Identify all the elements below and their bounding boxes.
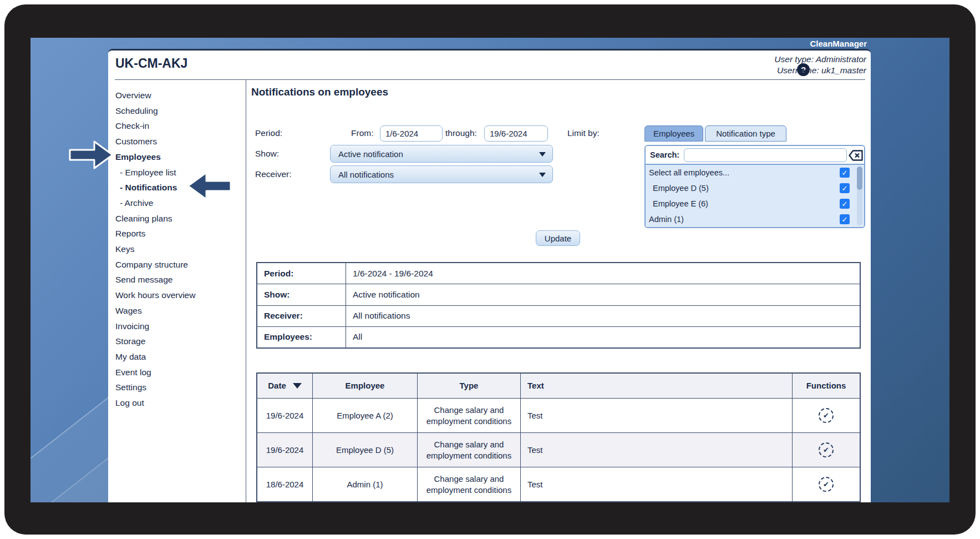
search-label: Search: — [650, 150, 679, 159]
sidebar-item-send-message[interactable]: Send message — [115, 272, 243, 288]
sidebar-item-keys[interactable]: Keys — [115, 241, 243, 257]
notifications-table: Date Employee Type Text Functions 19/6-2… — [256, 372, 861, 502]
checkbox-checked-icon[interactable]: ✓ — [840, 183, 850, 193]
sidebar-item-cleaning-plans[interactable]: Cleaning plans — [115, 211, 243, 226]
list-item-employee-d[interactable]: Employee D (5) ✓ — [646, 180, 864, 196]
approve-check-icon[interactable]: ✔ — [819, 408, 834, 423]
annotation-arrow-right-icon — [69, 139, 114, 171]
checkbox-checked-icon[interactable]: ✓ — [840, 214, 850, 224]
list-item-employee-e[interactable]: Employee E (6) ✓ — [646, 196, 864, 211]
sidebar-nav: Overview Scheduling Check-in Customers E… — [115, 88, 243, 411]
sidebar-item-wages[interactable]: Wages — [115, 303, 243, 319]
cell-text: Test — [521, 467, 793, 501]
tab-notification-type[interactable]: Notification type — [705, 125, 786, 142]
sidebar-item-event-log[interactable]: Event log — [115, 365, 243, 380]
list-item-label: Employee E (6) — [653, 199, 708, 208]
sidebar-item-employees[interactable]: Employees — [115, 149, 243, 165]
sidebar-item-work-hours-overview[interactable]: Work hours overview — [115, 288, 243, 303]
summary-row-show: Show: Active notification — [257, 284, 860, 305]
sidebar-item-overview[interactable]: Overview — [115, 88, 243, 103]
approve-check-icon[interactable]: ✔ — [819, 442, 834, 457]
sidebar-item-settings[interactable]: Settings — [115, 380, 243, 395]
annotation-arrow-left-icon — [186, 170, 232, 202]
summary-row-employees: Employees: All — [257, 327, 860, 347]
list-scrollbar — [857, 167, 862, 225]
column-header-label: Date — [268, 380, 286, 391]
sidebar-item-invoicing[interactable]: Invoicing — [115, 319, 243, 334]
summary-value: 1/6-2024 - 19/6-2024 — [346, 263, 860, 284]
cell-date: 18/6-2024 — [257, 467, 313, 501]
user-type-label: User type: Administrator — [774, 54, 866, 65]
approve-check-icon[interactable]: ✔ — [819, 477, 834, 492]
column-header-date[interactable]: Date — [257, 374, 313, 398]
summary-label: Period: — [257, 263, 346, 284]
checkbox-checked-icon[interactable]: ✓ — [840, 168, 850, 178]
clear-search-icon[interactable] — [849, 150, 863, 161]
section-heading: Notifications on employees — [251, 86, 388, 98]
list-item-select-all[interactable]: Select all employees... ✓ — [646, 165, 864, 180]
sidebar-item-scheduling[interactable]: Scheduling — [115, 103, 243, 119]
table-header-row: Date Employee Type Text Functions — [257, 374, 860, 398]
receiver-dropdown-value: All notifications — [338, 170, 394, 179]
through-date-input[interactable] — [484, 125, 548, 142]
sidebar-item-company-structure[interactable]: Company structure — [115, 257, 243, 273]
show-dropdown-value: Active notification — [338, 149, 403, 159]
sidebar-item-log-out[interactable]: Log out — [115, 395, 243, 411]
search-input[interactable] — [684, 148, 847, 162]
cell-functions: ✔ — [793, 467, 860, 501]
table-row: 18/6-2024 Admin (1) Change salary and em… — [257, 467, 860, 501]
sidebar-item-reports[interactable]: Reports — [115, 226, 243, 241]
show-dropdown[interactable]: Active notification — [330, 145, 553, 163]
sidebar-item-check-in[interactable]: Check-in — [115, 118, 243, 134]
list-item-label: Employee D (5) — [653, 184, 709, 193]
cell-employee: Employee D (5) — [313, 433, 418, 467]
summary-row-period: Period: 1/6-2024 - 19/6-2024 — [257, 263, 860, 284]
sidebar-item-customers[interactable]: Customers — [115, 134, 243, 149]
cell-type: Change salary and employment conditions — [418, 467, 521, 501]
summary-value: All notifications — [346, 306, 860, 326]
cell-text: Test — [521, 433, 793, 467]
column-header-employee: Employee — [313, 374, 418, 398]
through-label: through: — [445, 128, 477, 138]
cell-text: Test — [521, 399, 793, 432]
sidebar-divider — [246, 79, 246, 502]
sidebar-item-my-data[interactable]: My data — [115, 349, 243, 365]
summary-value: All — [346, 327, 860, 347]
period-label: Period: — [255, 128, 282, 138]
column-header-functions: Functions — [793, 374, 860, 398]
screenshot-stage: CleanManager UK-CM-AKJ ? User type: Admi… — [0, 0, 980, 539]
list-item-label: Select all employees... — [649, 168, 729, 177]
cell-date: 19/6-2024 — [257, 399, 313, 432]
receiver-label: Receiver: — [255, 169, 291, 179]
cleanmanager-logo: CleanManager — [810, 38, 867, 49]
summary-label: Receiver: — [257, 306, 346, 326]
tab-employees[interactable]: Employees — [644, 125, 703, 142]
cell-functions: ✔ — [793, 433, 860, 467]
summary-label: Show: — [257, 284, 346, 305]
employee-select-list: Select all employees... ✓ Employee D (5)… — [646, 165, 864, 227]
from-date-input[interactable] — [380, 125, 443, 142]
sidebar-item-storage[interactable]: Storage — [115, 334, 243, 349]
summary-label: Employees: — [257, 327, 346, 347]
update-button[interactable]: Update — [536, 230, 580, 246]
receiver-dropdown[interactable]: All notifications — [330, 165, 553, 183]
cell-functions: ✔ — [793, 399, 860, 432]
chevron-down-icon — [539, 152, 546, 157]
list-item-label: Admin (1) — [649, 215, 684, 224]
username-label: Username: uk1_master — [774, 65, 866, 76]
cell-employee: Admin (1) — [313, 467, 418, 501]
cell-type: Change salary and employment conditions — [418, 433, 521, 467]
limit-tabs: Employees Notification type — [644, 125, 786, 142]
limit-by-label: Limit by: — [567, 128, 600, 138]
chevron-down-icon — [539, 173, 546, 177]
list-item-admin[interactable]: Admin (1) ✓ — [646, 211, 864, 227]
filter-summary-table: Period: 1/6-2024 - 19/6-2024 Show: Activ… — [256, 262, 861, 349]
scrollbar-thumb[interactable] — [857, 167, 862, 190]
checkbox-checked-icon[interactable]: ✓ — [840, 199, 850, 209]
table-row: 19/6-2024 Employee D (5) Change salary a… — [257, 432, 860, 467]
employee-filter-panel: Search: Select all employees... ✓ Employ… — [644, 145, 865, 228]
cell-date: 19/6-2024 — [257, 433, 313, 467]
show-label: Show: — [255, 149, 279, 159]
search-row: Search: — [646, 146, 864, 165]
summary-value: Active notification — [346, 284, 860, 305]
